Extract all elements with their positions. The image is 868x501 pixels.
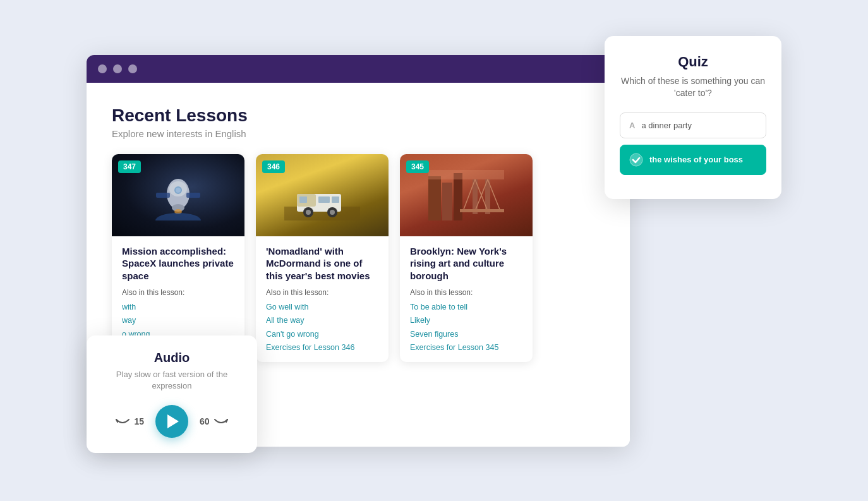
svg-rect-5 (186, 193, 200, 198)
quiz-option-b-text: the wishes of your boss (649, 155, 743, 164)
quiz-check-icon (629, 153, 643, 167)
lesson-card-body-345: Brooklyn: New York's rising art and cult… (400, 236, 533, 363)
lesson-link-346-2[interactable]: Can't go wrong (266, 328, 378, 341)
play-icon (167, 414, 179, 428)
quiz-option-b[interactable]: the wishes of your boss (620, 145, 766, 175)
svg-point-19 (330, 210, 335, 215)
lesson-link-345-0[interactable]: To be able to tell (410, 301, 522, 314)
audio-speed-fast: 60 (200, 414, 230, 428)
svg-point-31 (630, 154, 642, 166)
lesson-image-bridge: 345 (400, 154, 533, 236)
quiz-question: Which of these is something you can 'cat… (620, 75, 766, 100)
lesson-link-345-3[interactable]: Exercises for Lesson 345 (410, 341, 522, 354)
quiz-title: Quiz (620, 54, 766, 70)
speed-fast-value: 60 (200, 416, 210, 426)
lesson-title-345: Brooklyn: New York's rising art and cult… (410, 245, 522, 282)
section-title: Recent Lessons (112, 106, 605, 126)
lesson-link-346-1[interactable]: All the way (266, 314, 378, 327)
lessons-grid: 347 (112, 154, 605, 363)
audio-subtitle: Play slow or fast version of the express… (104, 369, 239, 392)
lesson-badge-346: 346 (262, 160, 285, 173)
lesson-link-345-1[interactable]: Likely (410, 314, 522, 327)
section-subtitle: Explore new interests in English (112, 128, 605, 139)
svg-rect-22 (454, 173, 462, 220)
lesson-link-347-0[interactable]: with (122, 301, 234, 314)
lesson-card-347[interactable]: 347 (112, 154, 244, 363)
svg-rect-21 (442, 183, 452, 220)
quiz-card: Quiz Which of these is something you can… (605, 36, 781, 199)
lesson-link-347-1[interactable]: way (122, 314, 234, 327)
browser-dot-1 (98, 64, 107, 73)
lesson-image-spaceship: 347 (112, 154, 244, 236)
quiz-option-a-text: a dinner party (641, 121, 692, 130)
svg-rect-20 (428, 176, 441, 220)
quiz-option-a[interactable]: A a dinner party (620, 112, 766, 138)
audio-play-button[interactable] (155, 405, 188, 438)
bridge-icon (428, 170, 504, 220)
lesson-card-345[interactable]: 345 (400, 154, 533, 363)
audio-speed-slow: 15 (114, 414, 144, 428)
spaceship-icon (153, 170, 203, 220)
svg-rect-14 (318, 196, 330, 203)
svg-point-3 (176, 188, 181, 193)
speed-fast-icon (212, 414, 230, 428)
svg-rect-13 (299, 196, 307, 203)
audio-controls: 15 60 (104, 405, 239, 438)
quiz-option-a-label: A (629, 121, 635, 130)
lesson-title-347: Mission accomplished: SpaceX launches pr… (122, 245, 234, 282)
svg-point-17 (306, 210, 311, 215)
svg-rect-15 (332, 196, 339, 203)
browser-titlebar (87, 55, 630, 83)
page-wrapper: Recent Lessons Explore new interests in … (87, 36, 781, 466)
browser-dot-2 (113, 64, 122, 73)
lesson-image-van: 346 (256, 154, 389, 236)
van-icon (284, 170, 360, 220)
svg-rect-30 (428, 170, 504, 179)
lesson-card-346[interactable]: 346 (256, 154, 389, 363)
browser-dot-3 (128, 64, 137, 73)
lesson-also-346: Also in this lesson: (266, 288, 378, 297)
lesson-link-346-3[interactable]: Exercises for Lesson 346 (266, 341, 378, 354)
svg-rect-4 (156, 193, 170, 198)
lesson-link-346-0[interactable]: Go well with (266, 301, 378, 314)
lesson-also-345: Also in this lesson: (410, 288, 522, 297)
lesson-badge-345: 345 (406, 160, 429, 173)
speed-slow-icon (114, 414, 131, 428)
lesson-card-body-346: 'Nomadland' with McDormand is one of thi… (256, 236, 389, 363)
svg-rect-29 (460, 209, 504, 212)
audio-title: Audio (104, 351, 239, 365)
lesson-badge-347: 347 (118, 160, 141, 173)
audio-card: Audio Play slow or fast version of the e… (87, 335, 257, 452)
speed-slow-value: 15 (134, 416, 144, 426)
svg-point-8 (155, 213, 201, 220)
lesson-title-346: 'Nomadland' with McDormand is one of thi… (266, 245, 378, 282)
lesson-also-347: Also in this lesson: (122, 288, 234, 297)
lesson-link-345-2[interactable]: Seven figures (410, 328, 522, 341)
